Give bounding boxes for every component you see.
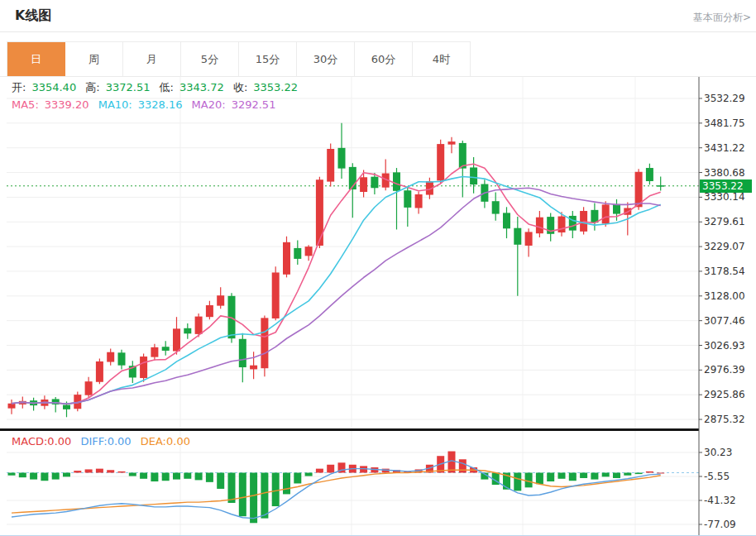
- ma20-label: MA20:: [192, 98, 226, 111]
- dea-label: DEA:: [141, 435, 166, 447]
- open-label: 开:: [12, 81, 26, 93]
- y-axis-label: 3229.07: [704, 240, 755, 253]
- y-axis-label: 2925.86: [704, 388, 755, 401]
- dea-value: 0.00: [166, 435, 190, 447]
- close-value: 3353.22: [253, 81, 298, 93]
- ma10-value: 3328.16: [138, 98, 183, 111]
- y-axis-label: 3279.61: [704, 215, 755, 228]
- current-price-badge: 3353.22: [700, 179, 752, 193]
- ma5-label: MA5:: [12, 98, 39, 111]
- close-label: 收:: [233, 81, 247, 93]
- ma20-value: 3292.51: [232, 98, 276, 111]
- ohlc-readout: 开:3354.40 高:3372.51 低:3343.72 收:3353.22: [12, 80, 304, 95]
- y-axis-label: 3178.54: [704, 265, 755, 278]
- macd-readout: MACD:0.00 DIFF:0.00 DEA:0.00: [12, 435, 196, 447]
- high-value: 3372.51: [106, 81, 151, 93]
- diff-label: DIFF:: [80, 435, 107, 447]
- y-axis-label: 3481.75: [704, 117, 755, 130]
- ma-readout: MA5:3339.20 MA10:3328.16 MA20:3292.51: [12, 98, 281, 111]
- y-axis-label: 3077.46: [704, 314, 755, 328]
- y-axis-label: 3330.14: [704, 190, 755, 203]
- y-axis-label: 3128.00: [704, 290, 755, 303]
- diff-value: 0.00: [108, 435, 132, 447]
- y-axis-label: -5.55: [704, 470, 755, 483]
- macd-value: 0.00: [47, 435, 71, 447]
- low-label: 低:: [160, 81, 174, 93]
- kline-page: K线图 基本面分析> 日 周 月 5分 15分 30分 60分 4时 开:335…: [0, 0, 756, 536]
- macd-label: MACD:: [12, 435, 47, 447]
- y-axis-label: -77.09: [704, 518, 755, 531]
- low-value: 3343.72: [179, 81, 224, 93]
- y-axis-label: -41.32: [704, 494, 755, 507]
- y-axis-label: 2976.39: [704, 363, 755, 376]
- ma10-label: MA10:: [98, 98, 132, 111]
- y-axis-label: 3532.29: [704, 92, 755, 105]
- y-axis-label: 3431.22: [704, 141, 755, 155]
- y-axis-label: 2875.32: [704, 413, 755, 426]
- ma5-value: 3339.20: [45, 98, 89, 111]
- high-label: 高:: [85, 81, 99, 93]
- y-axis-label: 3380.68: [704, 166, 755, 179]
- open-value: 3354.40: [31, 81, 76, 93]
- y-axis-label: 3026.93: [704, 339, 755, 352]
- y-axis-label: 30.23: [704, 446, 755, 459]
